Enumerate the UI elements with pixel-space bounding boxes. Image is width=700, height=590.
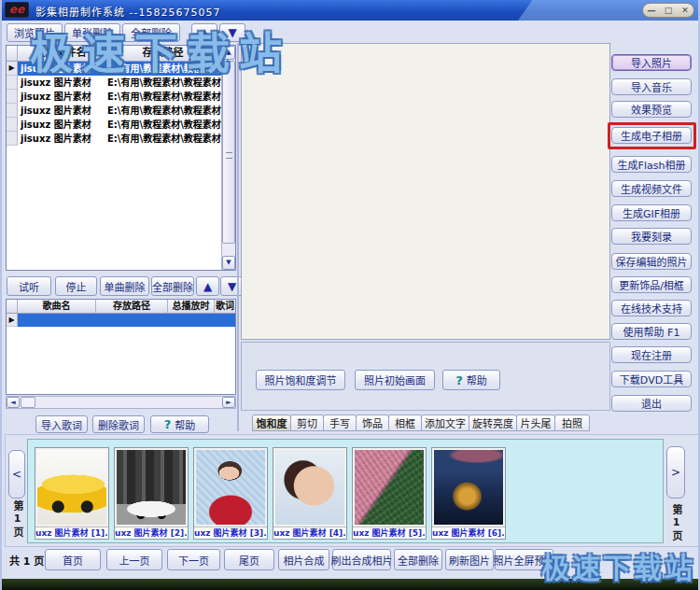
- scroll-right-icon[interactable]: ►: [222, 397, 235, 408]
- scroll-up-icon[interactable]: ▲: [222, 46, 235, 60]
- delete-all-photos-button[interactable]: 全部删除: [122, 23, 180, 42]
- window-title: 影集相册制作系统 --15825675057: [35, 4, 220, 19]
- delete-all-button[interactable]: 全部删除: [394, 549, 442, 570]
- generate-video-file-button[interactable]: 生成视频文件: [611, 180, 692, 197]
- music-move-up-button[interactable]: ▲: [196, 276, 219, 296]
- close-button[interactable]: ✕: [679, 5, 693, 16]
- music-table-horizontal-scrollbar[interactable]: ◄ ►: [6, 396, 236, 409]
- tab-add-text[interactable]: 添加文字: [421, 414, 469, 431]
- photo-table-vertical-scrollbar[interactable]: ▲ ▼: [221, 46, 235, 270]
- scroll-down-icon[interactable]: ▼: [222, 256, 235, 270]
- import-music-button[interactable]: 导入音乐: [611, 78, 692, 95]
- row-marker: [7, 132, 18, 146]
- thumbnail-label: uxz 图片素材 [4].i: [273, 527, 346, 539]
- adjust-help-button[interactable]: ? 帮助: [442, 370, 500, 390]
- online-support-button[interactable]: 在线技术支持: [611, 300, 692, 316]
- photo-filename: jisuxz 图片素材: [18, 62, 105, 76]
- thumbnail-image-girl-red-dress[interactable]: [194, 448, 267, 527]
- thumbnail-strip: uxz 图片素材 [1].i uxz 图片素材 [2].i uxz 图片素材 […: [27, 439, 664, 543]
- burn-disc-button[interactable]: 我要刻录: [611, 228, 692, 245]
- photo-move-up-button[interactable]: ▲: [191, 23, 217, 42]
- row-marker: [7, 118, 18, 132]
- photo-table-row[interactable]: jisuxz 图片素材 E:\有用\教程素材\教程素材\: [7, 76, 235, 90]
- music-listen-button[interactable]: 试听: [7, 276, 51, 296]
- thumbnail-image-showroom-car[interactable]: [115, 448, 188, 527]
- generate-gif-album-button[interactable]: 生成GIF相册: [611, 204, 692, 221]
- register-now-button[interactable]: 现在注册: [611, 346, 692, 363]
- thumbnails-prev-page-button[interactable]: <: [8, 450, 25, 499]
- maximize-button[interactable]: □: [662, 5, 676, 16]
- down-arrow-icon: ▼: [228, 281, 236, 292]
- photo-saturation-button[interactable]: 照片饱和度调节: [256, 370, 345, 390]
- photo-preview-area: [241, 43, 610, 340]
- music-stop-button[interactable]: 停止: [55, 276, 97, 296]
- total-pages-label: 共 1 页: [9, 553, 44, 568]
- up-arrow-icon: ▲: [203, 281, 212, 292]
- exit-button[interactable]: 退出: [611, 395, 692, 412]
- tab-rotate-brightness[interactable]: 旋转亮度: [469, 414, 517, 431]
- tab-handwrite[interactable]: 手写: [323, 414, 357, 431]
- column-header-song: 歌曲名: [18, 300, 96, 314]
- download-dvd-tool-button[interactable]: 下载DVD工具: [611, 371, 692, 387]
- photo-table-header: 照片文件名 存放路径: [7, 46, 235, 62]
- thumbnail-image-night-castle[interactable]: [432, 448, 505, 527]
- tab-cut[interactable]: 剪切: [290, 414, 324, 431]
- photo-table-row[interactable]: ▶ jisuxz 图片素材 E:\有用\教程素材\教程素材\: [7, 62, 235, 76]
- photo-table-row[interactable]: jisuxz 图片素材 E:\有用\教程素材\教程素材\: [7, 104, 235, 118]
- refresh-composite-photo-button[interactable]: 刷出合成相片: [332, 549, 391, 570]
- tab-take-photo[interactable]: 拍照: [554, 414, 590, 431]
- effect-preview-button[interactable]: 效果预览: [611, 101, 692, 118]
- import-lyrics-button[interactable]: 导入歌词: [35, 415, 88, 433]
- photo-table-row[interactable]: jisuxz 图片素材 E:\有用\教程素材\教程素材\: [7, 132, 235, 146]
- prev-page-button[interactable]: 上一页: [106, 549, 162, 570]
- thumbnail-item[interactable]: uxz 图片素材 [6].i: [431, 447, 506, 540]
- music-delete-single-button[interactable]: 单曲删除: [100, 276, 149, 296]
- thumbnail-item[interactable]: uxz 图片素材 [4].i: [273, 447, 347, 540]
- question-mark-icon: ?: [455, 373, 463, 387]
- lyrics-help-button[interactable]: ? 帮助: [150, 415, 209, 433]
- thumbnail-image-yellow-car[interactable]: [35, 448, 108, 527]
- thumbnail-image-forest-aerial[interactable]: [353, 448, 426, 527]
- tab-saturation[interactable]: 饱和度: [252, 414, 291, 431]
- thumbnail-item[interactable]: uxz 图片素材 [1].i: [35, 447, 109, 540]
- photo-filename: jisuxz 图片素材: [18, 104, 105, 118]
- update-ornaments-frames-button[interactable]: 更新饰品/相框: [611, 276, 692, 293]
- delete-single-photo-button[interactable]: 单张删除: [64, 23, 120, 42]
- photo-initial-view-button[interactable]: 照片初始画面: [355, 370, 435, 390]
- tab-intro-outro[interactable]: 片头尾: [516, 414, 555, 431]
- panel-splitter[interactable]: [237, 43, 239, 431]
- thumbnail-item[interactable]: uxz 图片素材 [2].i: [114, 447, 189, 540]
- refresh-images-button[interactable]: 刷新图片: [445, 549, 494, 570]
- thumbnail-item[interactable]: uxz 图片素材 [3].i: [193, 447, 268, 540]
- generate-ealbum-button[interactable]: 生成电子相册: [611, 127, 692, 144]
- scroll-left-icon[interactable]: ◄: [7, 397, 20, 408]
- first-page-button[interactable]: 首页: [45, 549, 101, 570]
- photo-table-row[interactable]: jisuxz 图片素材 E:\有用\教程素材\教程素材\: [7, 118, 235, 132]
- delete-lyrics-button[interactable]: 删除歌词: [92, 415, 145, 433]
- music-delete-all-button[interactable]: 全部删除: [151, 276, 194, 296]
- music-table-selected-row[interactable]: ▶: [7, 314, 235, 327]
- help-f1-button[interactable]: 使用帮助 F1: [611, 323, 692, 340]
- photo-filename: jisuxz 图片素材: [18, 76, 105, 90]
- import-photos-button[interactable]: 导入照片: [611, 54, 692, 71]
- tab-frame[interactable]: 相框: [388, 414, 422, 431]
- scrollbar-thumb[interactable]: [21, 397, 35, 408]
- thumbnail-item[interactable]: uxz 图片素材 [5].i: [352, 447, 427, 540]
- help-label: 帮助: [175, 417, 195, 432]
- photo-filename: jisuxz 图片素材: [18, 90, 105, 104]
- next-page-button[interactable]: 下一页: [167, 549, 220, 570]
- photo-composite-button[interactable]: 相片合成: [278, 549, 329, 570]
- column-header-filename: 照片文件名: [18, 46, 105, 62]
- tab-ornament[interactable]: 饰品: [356, 414, 389, 431]
- last-page-button[interactable]: 尾页: [224, 549, 274, 570]
- thumbnails-next-page-button[interactable]: >: [666, 446, 685, 499]
- browse-photos-button[interactable]: 浏览照片: [7, 23, 63, 42]
- photo-move-down-button[interactable]: ▼: [219, 23, 245, 42]
- minimize-button[interactable]: —: [645, 5, 659, 16]
- photo-table-row[interactable]: jisuxz 图片素材 E:\有用\教程素材\教程素材\: [7, 90, 235, 104]
- scrollbar-thumb[interactable]: [222, 61, 235, 244]
- generate-flash-album-button[interactable]: 生成Flash相册: [611, 156, 692, 173]
- thumbnail-image-portrait[interactable]: [273, 448, 346, 527]
- fullscreen-preview-button[interactable]: 照片全屏预览: [495, 549, 553, 570]
- save-edited-photos-button[interactable]: 保存编辑的照片: [611, 253, 692, 270]
